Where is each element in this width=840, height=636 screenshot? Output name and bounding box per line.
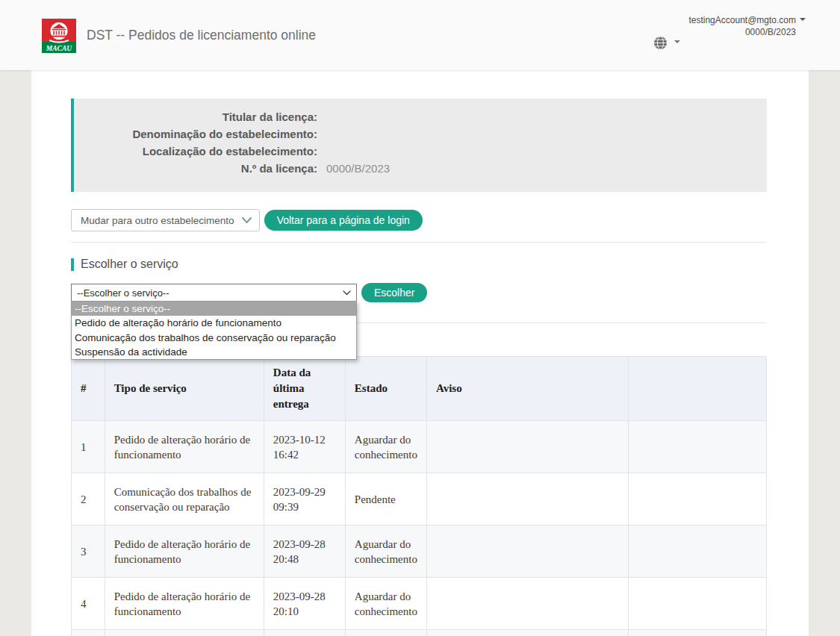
cell-num: 3: [72, 526, 105, 578]
chevron-down-icon: [242, 217, 252, 224]
license-info-panel: Titular da licença:Denominação do estabe…: [71, 99, 767, 192]
cell-data: 2023-09-28 20:48: [264, 526, 345, 578]
page: MACAU DST -- Pedidos de licenciamento on…: [0, 0, 840, 636]
service-option[interactable]: --Escolher o serviço--: [72, 302, 356, 316]
license-field-row: Titular da licença:: [74, 108, 767, 125]
service-select[interactable]: --Escolher o serviço--: [71, 284, 357, 302]
choose-service-button[interactable]: Escolher: [361, 283, 427, 302]
cell-estado: Aguardar do conhecimento: [345, 526, 426, 578]
cell-data: 2023-10-12 16:42: [264, 421, 345, 473]
cell-estado: Aguardar do conhecimento: [345, 421, 426, 473]
cell-aviso: [426, 421, 628, 473]
cell-num: [72, 630, 105, 636]
section-accent-bar: [71, 258, 74, 271]
svg-text:MACAU: MACAU: [46, 45, 72, 52]
col-header-aviso: Aviso: [426, 357, 628, 421]
cell-num: 1: [72, 421, 105, 473]
mgto-logo-icon: MACAU: [42, 19, 76, 53]
back-to-login-button[interactable]: Voltar para a página de login: [264, 210, 423, 231]
col-header-num: #: [72, 357, 105, 421]
cell-num: 4: [72, 578, 105, 630]
content-card: Titular da licença:Denominação do estabe…: [31, 70, 809, 636]
account-email: testingAccount@mgto.com: [688, 15, 796, 25]
page-title: DST -- Pedidos de licenciamento online: [87, 28, 316, 43]
license-field-row: Denominação do estabelecimento:: [74, 125, 767, 143]
service-section-title: Escolher o serviço: [71, 258, 767, 271]
service-section-title-text: Escolher o serviço: [81, 258, 178, 271]
service-option[interactable]: Suspensão da actividade: [72, 345, 356, 359]
caret-down-icon: [674, 40, 680, 46]
cell-data: 2023-09-28 20:10: [264, 578, 345, 630]
app-header: MACAU DST -- Pedidos de licenciamento on…: [0, 0, 840, 70]
service-option[interactable]: Comunicação dos trabalhos de conservação…: [72, 331, 356, 345]
cell-action: [628, 578, 766, 630]
cell-aviso: [426, 630, 628, 636]
divider: [71, 242, 767, 243]
service-option[interactable]: Pedido de alteração horário de funcionam…: [72, 316, 356, 330]
cell-aviso: [426, 578, 628, 630]
license-field-label: Denominação do estabelecimento:: [74, 125, 317, 143]
cell-tipo: Pedido de alteração horário de funcionam…: [105, 421, 264, 473]
cell-tipo: Pedido de alteração horário de funcionam…: [105, 526, 264, 578]
cell-action: Consultar o registo: [628, 630, 766, 636]
license-field-row: Localização do estabelecimento:: [74, 143, 767, 160]
cell-estado: Aguardar do conhecimento: [345, 578, 426, 630]
cell-data: 2023-09-22: [264, 630, 345, 636]
cell-action: [628, 473, 766, 526]
license-field-label: Titular da licença:: [74, 108, 317, 125]
caret-down-icon: [800, 18, 806, 24]
cell-aviso: [426, 526, 628, 578]
col-header-estado: Estado: [345, 357, 426, 421]
cell-estado: [345, 630, 426, 636]
col-header-tipo: Tipo de serviço: [105, 357, 264, 421]
cell-num: 2: [72, 473, 105, 526]
cell-tipo: Comunicação dos trabalhos de conservação…: [105, 473, 264, 526]
license-field-label: Localização do estabelecimento:: [74, 143, 317, 160]
table-row: 1Pedido de alteração horário de funciona…: [72, 421, 767, 473]
table-row: 2Comunicação dos trabalhos de conservaçã…: [72, 473, 767, 526]
service-select-value: --Escolher o serviço--: [77, 287, 169, 299]
records-table: # Tipo de serviço Data da última entrega…: [71, 356, 767, 636]
table-row: 4Pedido de alteração horário de funciona…: [72, 578, 767, 630]
cell-estado: Pendente: [345, 473, 426, 526]
globe-icon: [653, 36, 668, 50]
change-establishment-label: Mudar para outro estabelecimento: [81, 215, 234, 226]
action-row: Mudar para outro estabelecimento Voltar …: [71, 209, 767, 231]
col-header-data: Data da última entrega: [264, 357, 345, 421]
cell-action: [628, 421, 766, 473]
license-field-row: N.º da licença:0000/B/2023: [74, 160, 767, 177]
change-establishment-dropdown[interactable]: Mudar para outro estabelecimento: [71, 209, 260, 231]
table-row: 2023-09-22Consultar o registo: [72, 630, 767, 636]
cell-data: 2023-09-29 09:39: [264, 473, 345, 526]
service-select-open-list: --Escolher o serviço--Pedido de alteraçã…: [71, 301, 357, 360]
license-field-value: 0000/B/2023: [326, 160, 390, 177]
cell-tipo: [105, 630, 264, 636]
col-header-action: [628, 357, 766, 421]
account-block: testingAccount@mgto.com 0000/B/2023: [688, 14, 806, 38]
chevron-down-icon: [343, 290, 351, 296]
table-header-row: # Tipo de serviço Data da última entrega…: [72, 357, 767, 421]
cell-action: [628, 526, 766, 578]
language-selector[interactable]: [653, 36, 680, 50]
service-select-row: --Escolher o serviço-- --Escolher o serv…: [71, 284, 767, 302]
account-menu[interactable]: testingAccount@mgto.com: [688, 14, 806, 26]
license-field-label: N.º da licença:: [74, 160, 317, 177]
cell-aviso: [426, 473, 628, 526]
account-license-number: 0000/B/2023: [688, 26, 806, 38]
table-row: 3Pedido de alteração horário de funciona…: [72, 526, 767, 578]
cell-tipo: Pedido de alteração horário de funcionam…: [105, 578, 264, 630]
